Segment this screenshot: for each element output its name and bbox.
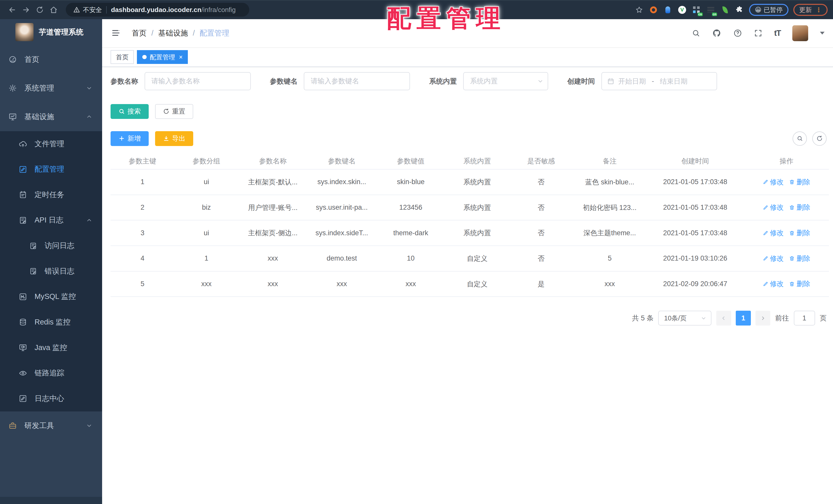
browser-home-button[interactable]: [47, 3, 61, 17]
builtin-select[interactable]: [463, 72, 548, 90]
tag-home[interactable]: 首页: [111, 50, 134, 64]
green-check-extension-icon[interactable]: V: [677, 5, 687, 15]
edit-pen-icon: [763, 205, 768, 210]
address-bar[interactable]: 不安全 dashboard.yudao.iocoder.cn/infra/con…: [66, 3, 249, 17]
kebab-menu-icon[interactable]: ⋮: [816, 6, 822, 14]
fullscreen-icon[interactable]: [754, 29, 762, 37]
edit-link[interactable]: 修改: [763, 279, 784, 288]
update-button[interactable]: 更新 ⋮: [793, 4, 828, 16]
app-logo-row[interactable]: 芋道管理系统: [0, 19, 102, 45]
add-button[interactable]: 新增: [111, 131, 149, 146]
delete-link[interactable]: 删除: [789, 254, 810, 263]
reload-icon: [36, 6, 44, 14]
browser-forward-button[interactable]: [19, 3, 33, 17]
hamburger-toggle[interactable]: [111, 28, 122, 38]
clipboard-icon: [19, 191, 27, 199]
font-size-icon[interactable]: tT: [774, 29, 781, 38]
close-icon[interactable]: ×: [179, 54, 183, 60]
insecure-warning-icon: [73, 6, 80, 13]
sidebar-item-tracing[interactable]: 链路追踪: [0, 360, 102, 386]
tag-config-management[interactable]: 配置管理 ×: [137, 50, 188, 64]
sidebar-item-system[interactable]: 系统管理: [0, 74, 102, 103]
reset-button[interactable]: 重置: [155, 104, 193, 119]
browser-back-button[interactable]: [5, 3, 19, 17]
sidebar-item-access-logs[interactable]: 访问日志: [0, 233, 102, 258]
param-name-input[interactable]: [145, 72, 251, 90]
page-number-current[interactable]: 1: [736, 311, 751, 326]
date-range-picker[interactable]: 开始日期 - 结束日期: [601, 72, 717, 90]
goto-page-input[interactable]: [794, 311, 815, 326]
sidebar-item-scheduled-tasks[interactable]: 定时任务: [0, 182, 102, 208]
orange-ring-extension-icon[interactable]: [649, 5, 658, 15]
search-button-row: 搜索 重置: [111, 104, 829, 119]
trash-icon: [789, 230, 795, 236]
green-leaf-extension-icon[interactable]: [720, 5, 730, 15]
delete-link[interactable]: 删除: [789, 203, 810, 212]
toggle-search-button[interactable]: [792, 131, 807, 146]
param-name-label: 参数名称: [111, 77, 138, 86]
app-logo-image: [15, 23, 33, 41]
sidebar-item-dev-tools[interactable]: 研发工具: [0, 411, 102, 440]
help-icon[interactable]: [733, 29, 742, 37]
sidebar-item-api-logs[interactable]: API 日志: [0, 208, 102, 233]
edit-pen-icon: [763, 255, 768, 261]
sidebar-item-home[interactable]: 首页: [0, 45, 102, 74]
sidebar: 芋道管理系统 首页 系统管理 基础设施 文件管理: [0, 19, 102, 504]
list-cn-extension-icon[interactable]: cn: [706, 5, 716, 15]
search-button[interactable]: 搜索: [111, 104, 149, 119]
param-key-input[interactable]: [304, 72, 410, 90]
grid-cn-extension-icon[interactable]: cn: [692, 5, 701, 15]
refresh-table-button[interactable]: [812, 131, 827, 146]
delete-link[interactable]: 删除: [789, 177, 810, 187]
sidebar-item-config-management[interactable]: 配置管理: [0, 156, 102, 182]
edit-link[interactable]: 修改: [763, 177, 784, 187]
trash-icon: [789, 255, 795, 261]
delete-link[interactable]: 删除: [789, 279, 810, 288]
trash-icon: [789, 179, 795, 185]
next-page-button[interactable]: [756, 311, 770, 326]
sidebar-item-infrastructure[interactable]: 基础设施: [0, 103, 102, 131]
bookmark-star-icon[interactable]: [635, 5, 644, 15]
home-icon: [49, 6, 58, 14]
browser-reload-button[interactable]: [33, 3, 47, 17]
page-size-value[interactable]: [658, 311, 711, 326]
plus-icon: [118, 135, 125, 142]
sidebar-item-error-logs[interactable]: 错误日志: [0, 258, 102, 284]
document-pen-icon: [29, 242, 37, 250]
builtin-label: 系统内置: [429, 77, 457, 86]
export-button[interactable]: 导出: [155, 131, 193, 146]
page-size-select[interactable]: [658, 311, 711, 326]
edit-link[interactable]: 修改: [763, 203, 784, 212]
download-icon: [163, 135, 169, 142]
sidebar-item-log-center[interactable]: 日志中心: [0, 386, 102, 411]
table-header-row: 参数主键 参数分组 参数名称 参数键名 参数键值 系统内置 是否敏感 备注 创建…: [111, 153, 829, 169]
create-time-label: 创建时间: [567, 77, 595, 86]
pagination: 共 5 条 1 前往 页: [111, 311, 829, 326]
smiley-emoji-icon: 😀: [755, 6, 761, 14]
paused-badge[interactable]: 😀 已暂停: [749, 4, 788, 16]
prev-page-button[interactable]: [716, 311, 731, 326]
breadcrumb: 首页 / 基础设施 / 配置管理: [132, 28, 229, 39]
delete-link[interactable]: 删除: [789, 228, 810, 237]
sidebar-item-redis-monitor[interactable]: Redis 监控: [0, 309, 102, 335]
puzzle-extensions-icon[interactable]: [735, 5, 744, 15]
sidebar-item-file-management[interactable]: 文件管理: [0, 131, 102, 157]
github-icon[interactable]: [712, 28, 721, 38]
edit-link[interactable]: 修改: [763, 254, 784, 263]
infrastructure-submenu: 文件管理 配置管理 定时任务 API 日志 访问日志: [0, 131, 102, 411]
sidebar-item-mysql-monitor[interactable]: MySQL 监控: [0, 284, 102, 310]
builtin-select-input[interactable]: [463, 72, 548, 90]
user-avatar[interactable]: [792, 25, 808, 41]
goto-label: 前往: [775, 313, 789, 323]
avatar-caret-icon[interactable]: [820, 32, 825, 34]
blue-pin-extension-icon[interactable]: [663, 5, 672, 15]
table-row: 2biz 用户管理-账号...sys.user.init-pa... 12345…: [111, 195, 829, 221]
header-search-icon[interactable]: [692, 29, 700, 37]
breadcrumb-home[interactable]: 首页: [132, 28, 147, 39]
breadcrumb-infrastructure[interactable]: 基础设施: [158, 28, 188, 39]
sidebar-footer: [0, 497, 102, 504]
edit-link[interactable]: 修改: [763, 228, 784, 237]
sidebar-item-java-monitor[interactable]: Java 监控: [0, 335, 102, 360]
chevron-up-icon: [86, 114, 92, 120]
java-monitor-icon: [19, 344, 27, 352]
